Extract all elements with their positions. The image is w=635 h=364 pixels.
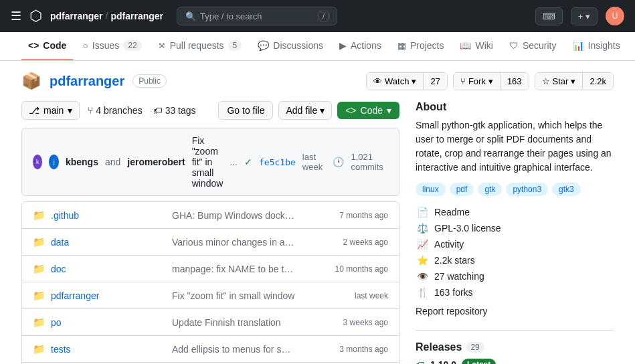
link-icon: 📄 — [416, 207, 429, 217]
star-button[interactable]: ☆ Star ▾ — [535, 73, 583, 90]
actions-icon: ▶ — [339, 40, 347, 51]
sidebar-link[interactable]: ⚖️GPL-3.0 license — [416, 220, 614, 236]
commit-sha[interactable]: fe5c1be — [259, 157, 296, 167]
about-section: About Small python-gtk application, whic… — [416, 101, 614, 196]
terminal-button[interactable]: ⌨ — [535, 7, 563, 25]
github-logo-icon[interactable]: ⬡ — [29, 7, 42, 25]
file-commit[interactable]: GHA: Bump Windows docker image — [167, 210, 301, 221]
search-icon: 🔍 — [185, 11, 196, 21]
commit-author-1[interactable]: kbengs — [66, 157, 98, 167]
commit-avatar-2[interactable]: j — [49, 155, 58, 169]
commit-count-link[interactable]: 1,021 commits — [351, 152, 388, 172]
search-bar[interactable]: 🔍 Type / to search / — [177, 7, 337, 25]
star-count-button[interactable]: 2.2k — [582, 73, 613, 90]
tab-wiki[interactable]: 📖 Wiki — [453, 32, 499, 60]
file-commit[interactable]: Fix "zoom fit" in small window — [167, 290, 301, 301]
topic-tag[interactable]: python3 — [506, 183, 548, 196]
commit-avatar-1[interactable]: k — [33, 155, 42, 169]
report-link[interactable]: Report repository — [416, 303, 614, 319]
tab-insights[interactable]: 📊 Insights — [566, 32, 627, 60]
table-row: 📁 po Update Finnish translation 3 weeks … — [22, 309, 399, 336]
visibility-badge: Public — [132, 74, 167, 88]
fork-button-group: ⑂ Fork ▾ 163 — [453, 72, 529, 90]
repo-name[interactable]: pdfarranger — [50, 74, 124, 89]
commit-author-2[interactable]: jeromerobert — [127, 157, 185, 167]
add-file-button[interactable]: Add file ▾ — [278, 101, 332, 120]
star-icon: ☆ — [542, 76, 550, 86]
sidebar-link[interactable]: 🍴163 forks — [416, 284, 614, 300]
releases-title[interactable]: Releases — [416, 341, 462, 353]
topic-tag[interactable]: gtk — [478, 183, 502, 196]
file-commit[interactable]: Update Finnish translation — [167, 317, 301, 328]
commit-ellipsis[interactable]: ... — [230, 157, 238, 167]
sidebar: About Small python-gtk application, whic… — [416, 101, 614, 364]
file-name[interactable]: 📁 pdfarranger — [33, 290, 167, 302]
branches-link[interactable]: ⑂ 4 branches — [85, 102, 145, 119]
search-shortcut: / — [319, 11, 329, 21]
divider — [416, 330, 614, 331]
pr-icon: ⤧ — [158, 40, 166, 51]
clock-icon: 🕐 — [333, 157, 344, 167]
file-name[interactable]: 📁 doc — [33, 263, 167, 275]
topic-tag[interactable]: linux — [416, 183, 446, 196]
file-name[interactable]: 📁 data — [33, 236, 167, 248]
release-version[interactable]: 1.10.0 — [430, 359, 456, 364]
folder-icon: 📁 — [33, 263, 46, 275]
insights-icon: 📊 — [573, 40, 584, 51]
owner-link[interactable]: pdfarranger — [50, 11, 103, 21]
tab-security[interactable]: 🛡 Security — [503, 32, 563, 60]
wiki-icon: 📖 — [460, 40, 471, 51]
topic-tag[interactable]: pdf — [450, 183, 474, 196]
tab-code[interactable]: <> Code — [21, 32, 73, 60]
file-time: 2 weeks ago — [301, 238, 388, 247]
fork-icon: ⑂ — [460, 76, 466, 86]
sidebar-link[interactable]: 👁️27 watching — [416, 268, 614, 284]
code-button[interactable]: <> Code ▾ — [337, 102, 399, 119]
folder-icon: 📁 — [33, 236, 46, 248]
go-to-file-button[interactable]: Go to file — [218, 101, 273, 120]
tab-projects[interactable]: ▦ Projects — [391, 32, 451, 60]
hamburger-icon[interactable]: ☰ — [11, 9, 21, 23]
file-commit[interactable]: Various minor changes in appstream file — [167, 237, 301, 248]
tab-actions[interactable]: ▶ Actions — [333, 32, 388, 60]
table-row: 📁 data Various minor changes in appstrea… — [22, 229, 399, 256]
branch-name: main — [43, 105, 64, 116]
file-time: 7 months ago — [301, 211, 388, 220]
tag-icon: 🏷 — [153, 105, 163, 116]
code-button-icon: <> — [345, 105, 356, 116]
file-commit[interactable]: Add ellipsis to menus for some actions — [167, 344, 301, 355]
code-icon: <> — [28, 40, 39, 51]
sidebar-link[interactable]: ⭐2.2k stars — [416, 252, 614, 268]
repo-link[interactable]: pdfarranger — [110, 11, 163, 21]
main-area: ⎇ main ▾ ⑂ 4 branches 🏷 33 tags Go to fi… — [21, 101, 399, 364]
commit-message[interactable]: Fix "zoom fit" in small window — [192, 135, 223, 189]
branch-icon: ⎇ — [29, 105, 39, 116]
folder-icon: 📁 — [33, 343, 46, 355]
watch-button[interactable]: 👁 Watch ▾ — [367, 73, 423, 90]
fork-button[interactable]: ⑂ Fork ▾ — [454, 73, 500, 90]
link-icon: ⭐ — [416, 255, 429, 266]
file-name[interactable]: 📁 tests — [33, 343, 167, 355]
projects-icon: ▦ — [397, 40, 406, 51]
branch-bar: ⎇ main ▾ ⑂ 4 branches 🏷 33 tags Go to fi… — [21, 101, 399, 120]
branch-selector[interactable]: ⎇ main ▾ — [21, 101, 80, 120]
sidebar-link[interactable]: 📄Readme — [416, 204, 614, 220]
tags-link[interactable]: 🏷 33 tags — [151, 102, 199, 119]
security-icon: 🛡 — [509, 40, 519, 51]
add-menu-button[interactable]: + ▾ — [571, 7, 598, 25]
file-commit[interactable]: manpage: fix NAME to be the actual execu… — [167, 264, 301, 274]
avatar[interactable]: U — [606, 7, 624, 25]
table-row: 📁 pdfarranger Fix "zoom fit" in small wi… — [22, 282, 399, 309]
topic-tag[interactable]: gtk3 — [552, 183, 581, 196]
file-name[interactable]: 📁 .github — [33, 209, 167, 221]
tab-discussions[interactable]: 💬 Discussions — [251, 32, 330, 60]
link-icon: 🍴 — [416, 287, 429, 298]
link-icon: 📈 — [416, 239, 429, 250]
fork-count-button[interactable]: 163 — [500, 73, 529, 90]
tab-issues[interactable]: ○ Issues 22 — [76, 32, 148, 60]
branch-count-icon: ⑂ — [88, 105, 93, 116]
sidebar-link[interactable]: 📈Activity — [416, 236, 614, 252]
watch-count-button[interactable]: 27 — [423, 73, 446, 90]
tab-pull-requests[interactable]: ⤧ Pull requests 5 — [151, 32, 249, 60]
file-name[interactable]: 📁 po — [33, 316, 167, 329]
